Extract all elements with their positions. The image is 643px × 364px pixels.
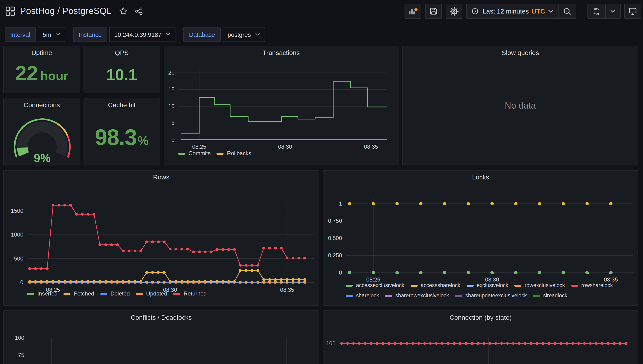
connection-by-state-chart[interactable]: 100 <box>323 311 638 364</box>
variable-database-value[interactable]: postgres <box>222 27 265 42</box>
panel-transactions: Transactions 08:2508:3008:3505101520 Com… <box>164 46 398 166</box>
data-point <box>186 248 189 250</box>
connection_by_state-plot[interactable]: 100 <box>323 311 638 364</box>
conflicts-plot[interactable]: 10075 <box>4 311 319 364</box>
data-point <box>239 269 242 272</box>
data-point <box>443 202 446 205</box>
legend-item[interactable]: exclusivelock <box>466 282 508 288</box>
data-point <box>387 342 390 345</box>
data-point <box>262 278 265 281</box>
data-point <box>530 342 533 345</box>
conflicts-chart[interactable]: 10075 <box>4 311 319 364</box>
data-point <box>34 280 37 283</box>
legend-item[interactable]: Deleted <box>100 291 130 297</box>
dashboard-breadcrumb[interactable]: PostHog / PostgreSQL <box>20 6 112 16</box>
rows-plot[interactable]: 08:2508:3008:35050010001500 <box>4 170 319 305</box>
legend-item[interactable]: rowexclusivelock <box>514 282 565 288</box>
kiosk-mode-button[interactable] <box>624 4 641 19</box>
refresh-interval-dropdown[interactable] <box>606 4 620 18</box>
star-icon[interactable] <box>119 7 127 16</box>
data-point <box>239 280 242 283</box>
data-point <box>233 280 236 283</box>
dashboards-grid-icon[interactable] <box>6 6 15 16</box>
data-point <box>104 243 107 246</box>
legend-item[interactable]: Returned <box>173 291 207 297</box>
data-point <box>186 280 189 283</box>
legend-item[interactable]: sharelock <box>346 293 379 299</box>
save-dashboard-button[interactable] <box>425 4 442 19</box>
time-range-picker[interactable]: Last 12 minutes UTC <box>467 4 558 18</box>
data-point <box>280 247 283 250</box>
timezone-label: UTC <box>531 8 545 15</box>
data-point <box>128 280 130 283</box>
data-point <box>239 264 242 266</box>
data-point <box>204 280 206 283</box>
legend-item[interactable]: Rollbacks <box>217 150 251 156</box>
data-point <box>548 342 550 345</box>
legend-item[interactable]: Updated <box>136 291 167 297</box>
y-tick-label: 0 <box>20 279 23 286</box>
panel-title[interactable]: QPS <box>84 49 160 56</box>
data-point <box>110 243 113 246</box>
data-point <box>81 213 84 216</box>
panel-cache-hit: Cache hit 98.3 % <box>84 98 160 166</box>
data-point <box>174 248 177 250</box>
legend-item[interactable]: Inserted <box>27 291 58 297</box>
data-point <box>222 248 224 251</box>
legend-item[interactable]: shareupdateexclusivelock <box>455 293 527 299</box>
data-point <box>198 280 201 283</box>
data-point <box>459 342 462 345</box>
data-point <box>251 269 253 272</box>
variable-database: Database postgres <box>183 27 265 42</box>
data-point <box>192 250 195 253</box>
legend-item[interactable]: accesssharelock <box>410 282 460 288</box>
data-point <box>467 202 470 205</box>
data-point <box>163 240 166 243</box>
zoom-out-button[interactable] <box>559 4 576 18</box>
data-point <box>210 280 212 283</box>
data-point <box>585 202 589 205</box>
data-point <box>75 213 78 216</box>
panel-title[interactable]: Uptime <box>4 49 80 56</box>
data-point <box>64 204 66 206</box>
data-point <box>268 280 271 283</box>
transactions-chart[interactable]: 08:2508:3008:3505101520 <box>164 46 398 165</box>
data-point <box>538 271 541 274</box>
data-point <box>601 342 603 345</box>
dashboard-settings-button[interactable] <box>446 4 463 19</box>
data-point <box>245 280 248 283</box>
panel-connections: Connections 9% <box>3 98 80 166</box>
legend-item[interactable]: Fetched <box>64 291 94 297</box>
data-point <box>352 342 355 345</box>
legend-item[interactable]: Commits <box>178 150 211 156</box>
data-point <box>40 267 43 270</box>
variable-interval-label[interactable]: Interval <box>5 27 36 42</box>
panel-title[interactable]: Cache hit <box>84 101 160 108</box>
legend-item[interactable]: sireadlock <box>533 293 567 299</box>
y-tick-label: 10 <box>168 103 174 109</box>
locks-legend: accessexclusivelockaccesssharelockexclus… <box>346 282 633 299</box>
legend-item[interactable]: accessexclusivelock <box>346 282 404 288</box>
legend-item[interactable]: sharerowexclusivelock <box>385 293 449 299</box>
variable-instance-value[interactable]: 10.244.0.39:9187 <box>109 27 175 42</box>
legend-item[interactable]: rowsharelock <box>571 282 613 288</box>
data-point <box>157 240 160 243</box>
variable-database-label[interactable]: Database <box>183 27 221 42</box>
variable-instance-label[interactable]: Instance <box>73 27 107 42</box>
add-panel-button[interactable] <box>405 4 421 19</box>
data-point <box>87 280 90 283</box>
data-point <box>210 250 212 253</box>
data-point <box>292 278 294 281</box>
panel-title[interactable]: Connections <box>4 101 80 108</box>
share-icon[interactable] <box>135 7 143 16</box>
variable-interval-value[interactable]: 5m <box>38 27 65 42</box>
data-point <box>81 280 84 283</box>
data-point <box>116 243 119 246</box>
data-point <box>419 202 422 205</box>
gauge-value-arc <box>17 147 29 156</box>
rows-chart[interactable]: 08:2508:3008:35050010001500 <box>4 170 319 305</box>
x-tick-label: 08:25 <box>192 144 206 150</box>
transactions-plot[interactable]: 08:2508:3008:3505101520 <box>164 46 398 165</box>
data-point <box>280 278 283 281</box>
refresh-button[interactable] <box>588 4 605 18</box>
